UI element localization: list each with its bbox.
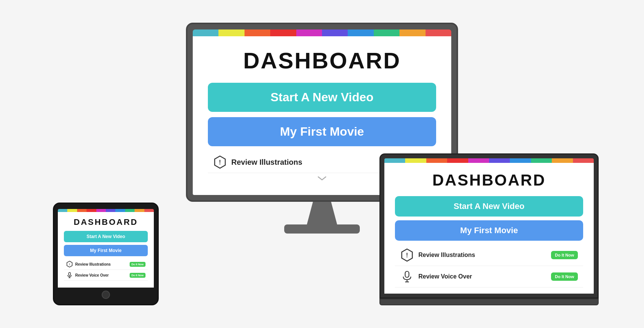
tablet-review-illustrations-label: Review Illustrations: [75, 262, 127, 266]
monitor-my-first-movie-button[interactable]: My First Movie: [208, 117, 436, 146]
tablet-task-review-voice-over: Review Voice Over Do It Now: [64, 270, 148, 281]
tablet-review-illustrations-do-now-button[interactable]: Do It Now: [130, 262, 146, 267]
tablet-my-first-movie-button[interactable]: My First Movie: [64, 245, 148, 256]
laptop-color-bar: [384, 158, 594, 163]
tablet-dashboard-title: DASHBOARD: [64, 217, 148, 227]
monitor-color-bar: [193, 29, 451, 36]
tablet-screen: DASHBOARD Start A New Video My First Mov…: [58, 212, 154, 288]
svg-rect-9: [69, 272, 71, 275]
laptop-review-illustrations-label: Review Illustrations: [418, 252, 546, 258]
svg-text:!: !: [406, 252, 408, 258]
tablet-start-new-video-button[interactable]: Start A New Video: [64, 231, 148, 242]
laptop-base: [379, 299, 599, 305]
svg-text:!: !: [219, 159, 221, 166]
svg-text:!: !: [69, 263, 70, 266]
laptop: DASHBOARD Start A New Video My First Mov…: [379, 153, 599, 305]
svg-rect-4: [405, 271, 409, 277]
tablet-outer: DASHBOARD Start A New Video My First Mov…: [53, 203, 159, 305]
tablet-color-bar: [58, 209, 154, 212]
illustration-icon: !: [213, 155, 227, 169]
tablet-illustration-icon: !: [66, 261, 73, 268]
laptop-illustration-icon: !: [400, 248, 414, 262]
tablet-mic-icon: [66, 272, 73, 278]
laptop-screen: DASHBOARD Start A New Video My First Mov…: [384, 163, 594, 294]
monitor-stand-base: [284, 224, 360, 234]
laptop-task-review-illustrations: ! Review Illustrations Do It Now: [395, 244, 583, 266]
monitor-start-new-video-button[interactable]: Start A New Video: [208, 83, 436, 112]
laptop-review-voice-over-do-now-button[interactable]: Do It Now: [551, 272, 578, 281]
laptop-review-voice-over-label: Review Voice Over: [418, 273, 546, 280]
tablet: DASHBOARD Start A New Video My First Mov…: [53, 203, 159, 305]
monitor-dashboard-title: DASHBOARD: [208, 48, 436, 74]
laptop-task-review-voice-over: Review Voice Over Do It Now: [395, 266, 583, 288]
tablet-review-voice-over-do-now-button[interactable]: Do It Now: [130, 273, 146, 278]
laptop-my-first-movie-button[interactable]: My First Movie: [395, 220, 583, 241]
laptop-screen-outer: DASHBOARD Start A New Video My First Mov…: [379, 153, 599, 299]
tablet-review-voice-over-label: Review Voice Over: [75, 273, 127, 277]
monitor-stand-neck: [307, 202, 337, 224]
laptop-mic-icon: [400, 270, 414, 283]
laptop-review-illustrations-do-now-button[interactable]: Do It Now: [551, 251, 578, 259]
tablet-task-review-illustrations: ! Review Illustrations Do It Now: [64, 259, 148, 270]
laptop-start-new-video-button[interactable]: Start A New Video: [395, 196, 583, 217]
laptop-dashboard-title: DASHBOARD: [395, 171, 583, 189]
tablet-home-button[interactable]: [102, 291, 110, 299]
